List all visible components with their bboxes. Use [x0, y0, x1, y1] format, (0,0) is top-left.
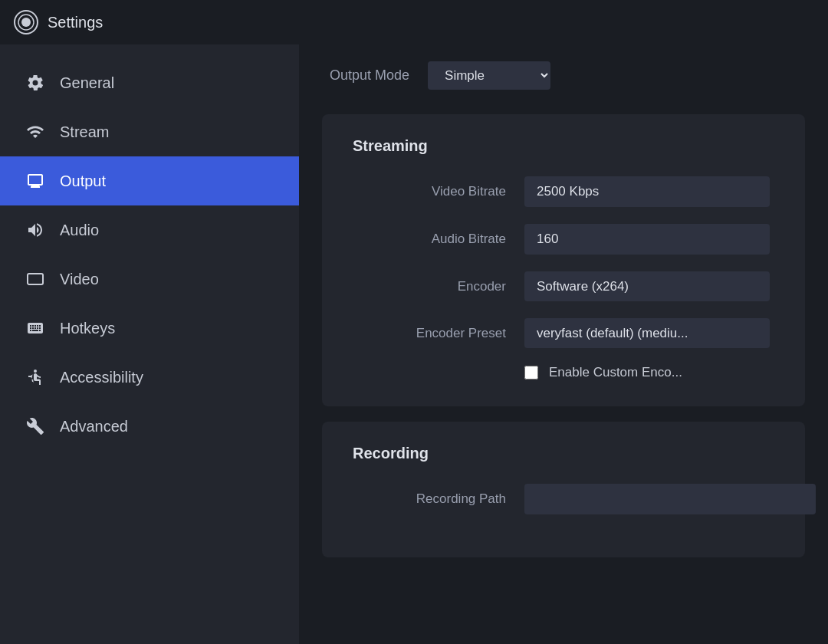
output-mode-bar: Output Mode Simple Advanced [299, 44, 828, 107]
encoder-preset-select[interactable]: veryfast (default) (mediu... [524, 318, 770, 348]
video-bitrate-label: Video Bitrate [353, 184, 506, 199]
sidebar-item-advanced-label: Advanced [60, 418, 128, 435]
accessibility-icon [25, 366, 46, 388]
hotkeys-icon [25, 317, 46, 339]
output-mode-select[interactable]: Simple Advanced [428, 61, 550, 90]
video-bitrate-row: Video Bitrate [353, 176, 774, 207]
encoder-select[interactable]: Software (x264) [524, 271, 770, 301]
enable-custom-encoder-label: Enable Custom Enco... [549, 365, 682, 380]
sidebar-item-output[interactable]: Output [0, 156, 299, 205]
output-mode-label: Output Mode [330, 67, 409, 84]
video-bitrate-input[interactable] [524, 176, 770, 207]
sidebar-item-general-label: General [60, 74, 114, 92]
recording-path-input[interactable] [524, 484, 816, 514]
sidebar-item-video[interactable]: Video [0, 255, 299, 304]
sidebar-item-hotkeys[interactable]: Hotkeys [0, 304, 299, 353]
title-bar: Settings [0, 0, 828, 44]
sidebar: General Stream Output [0, 44, 299, 644]
sidebar-item-output-label: Output [60, 172, 106, 190]
sidebar-item-accessibility-label: Accessibility [60, 369, 143, 386]
app-logo [14, 10, 38, 34]
sidebar-item-accessibility[interactable]: Accessibility [0, 353, 299, 402]
gear-icon [25, 72, 46, 94]
audio-bitrate-label: Audio Bitrate [353, 232, 506, 247]
encoder-preset-row: Encoder Preset veryfast (default) (mediu… [353, 318, 774, 348]
video-icon [25, 268, 46, 290]
sidebar-item-advanced[interactable]: Advanced [0, 402, 299, 451]
sidebar-item-general[interactable]: General [0, 58, 299, 107]
main-layout: General Stream Output [0, 44, 828, 644]
custom-encoder-row: Enable Custom Enco... [524, 365, 774, 380]
streaming-title: Streaming [353, 137, 774, 155]
enable-custom-encoder-checkbox[interactable] [524, 366, 538, 380]
audio-bitrate-input[interactable] [524, 224, 770, 255]
streaming-section: Streaming Video Bitrate Audio Bitrate En… [322, 114, 805, 406]
stream-icon [25, 121, 46, 143]
sidebar-item-stream-label: Stream [60, 123, 109, 141]
sidebar-item-audio-label: Audio [60, 222, 99, 239]
recording-path-row: Recording Path [353, 484, 774, 514]
svg-point-4 [34, 370, 37, 373]
encoder-label: Encoder [353, 279, 506, 294]
audio-bitrate-row: Audio Bitrate [353, 224, 774, 255]
recording-title: Recording [353, 445, 774, 462]
recording-path-label: Recording Path [353, 491, 506, 507]
sidebar-item-stream[interactable]: Stream [0, 107, 299, 156]
sidebar-item-audio[interactable]: Audio [0, 205, 299, 255]
output-icon [25, 170, 46, 192]
app-title: Settings [48, 14, 103, 31]
content-area: Output Mode Simple Advanced Streaming Vi… [299, 44, 828, 644]
svg-point-1 [21, 18, 31, 27]
svg-rect-3 [28, 274, 43, 284]
sidebar-item-hotkeys-label: Hotkeys [60, 320, 115, 337]
advanced-icon [25, 416, 46, 437]
encoder-row: Encoder Software (x264) [353, 271, 774, 301]
sidebar-item-video-label: Video [60, 271, 99, 288]
audio-icon [25, 219, 46, 241]
recording-section: Recording Recording Path [322, 422, 805, 557]
encoder-preset-label: Encoder Preset [353, 326, 506, 341]
